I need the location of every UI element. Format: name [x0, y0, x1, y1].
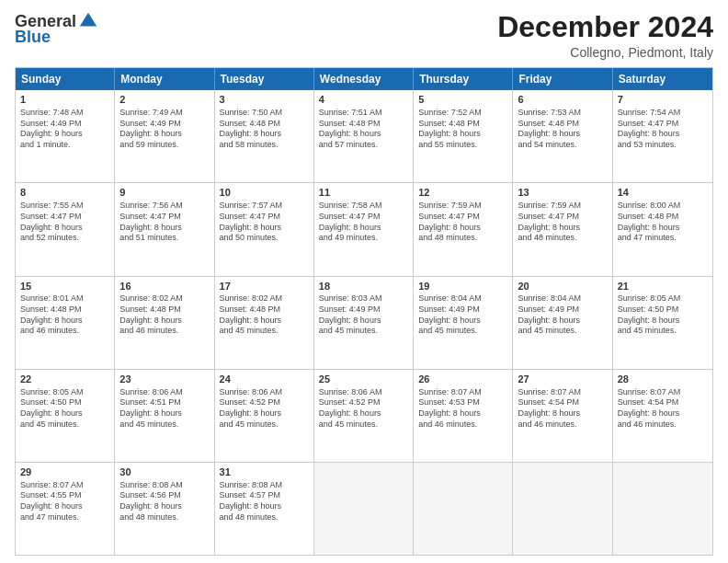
day-number: 30: [119, 465, 209, 479]
day-number: 5: [418, 93, 507, 107]
subtitle: Collegno, Piedmont, Italy: [497, 45, 713, 60]
day-number: 22: [20, 373, 109, 386]
title-area: December 2024 Collegno, Piedmont, Italy: [497, 11, 713, 60]
cell-content: Sunrise: 8:04 AMSunset: 4:49 PMDaylight:…: [518, 293, 607, 337]
cell-content: Sunrise: 8:08 AMSunset: 4:57 PMDaylight:…: [220, 480, 309, 523]
calendar-cell: 7Sunrise: 7:54 AMSunset: 4:47 PMDaylight…: [613, 90, 712, 182]
calendar-header: SundayMondayTuesdayWednesdayThursdayFrid…: [16, 68, 712, 90]
cell-content: Sunrise: 7:57 AMSunset: 4:47 PMDaylight:…: [220, 201, 309, 244]
calendar-cell: 28Sunrise: 8:07 AMSunset: 4:54 PMDayligh…: [613, 370, 712, 462]
cell-content: Sunrise: 8:00 AMSunset: 4:48 PMDaylight:…: [618, 201, 708, 244]
calendar-cell: 10Sunrise: 7:57 AMSunset: 4:47 PMDayligh…: [215, 183, 314, 275]
calendar-cell: 22Sunrise: 8:05 AMSunset: 4:50 PMDayligh…: [16, 370, 115, 462]
cell-content: Sunrise: 8:06 AMSunset: 4:52 PMDaylight:…: [319, 387, 408, 431]
weekday-header: Thursday: [414, 68, 513, 90]
svg-marker-0: [80, 13, 97, 27]
day-number: 1: [20, 93, 109, 107]
cell-content: Sunrise: 8:02 AMSunset: 4:48 PMDaylight:…: [119, 293, 209, 337]
day-number: 8: [20, 186, 109, 200]
calendar-cell: 31Sunrise: 8:08 AMSunset: 4:57 PMDayligh…: [215, 463, 314, 555]
day-number: 21: [618, 280, 708, 293]
calendar-cell: 26Sunrise: 8:07 AMSunset: 4:53 PMDayligh…: [414, 370, 513, 462]
calendar-cell: 13Sunrise: 7:59 AMSunset: 4:47 PMDayligh…: [513, 183, 612, 275]
day-number: 17: [220, 280, 309, 293]
calendar-cell: [414, 463, 513, 555]
calendar-cell: 12Sunrise: 7:59 AMSunset: 4:47 PMDayligh…: [414, 183, 513, 275]
cell-content: Sunrise: 8:02 AMSunset: 4:48 PMDaylight:…: [220, 293, 309, 337]
cell-content: Sunrise: 8:07 AMSunset: 4:54 PMDaylight:…: [618, 387, 708, 431]
cell-content: Sunrise: 7:56 AMSunset: 4:47 PMDaylight:…: [119, 201, 209, 244]
cell-content: Sunrise: 7:55 AMSunset: 4:47 PMDaylight:…: [20, 201, 109, 244]
calendar-cell: 16Sunrise: 8:02 AMSunset: 4:48 PMDayligh…: [115, 277, 214, 369]
cell-content: Sunrise: 8:04 AMSunset: 4:49 PMDaylight:…: [418, 293, 507, 337]
calendar-row: 29Sunrise: 8:07 AMSunset: 4:55 PMDayligh…: [16, 463, 712, 555]
calendar: SundayMondayTuesdayWednesdayThursdayFrid…: [15, 67, 713, 556]
calendar-cell: 29Sunrise: 8:07 AMSunset: 4:55 PMDayligh…: [16, 463, 115, 555]
day-number: 14: [618, 186, 708, 200]
day-number: 27: [518, 373, 607, 386]
weekday-header: Monday: [115, 68, 214, 90]
cell-content: Sunrise: 7:51 AMSunset: 4:48 PMDaylight:…: [319, 108, 408, 151]
day-number: 3: [220, 93, 309, 107]
cell-content: Sunrise: 7:48 AMSunset: 4:49 PMDaylight:…: [20, 108, 109, 151]
cell-content: Sunrise: 8:08 AMSunset: 4:56 PMDaylight:…: [119, 480, 209, 523]
day-number: 2: [119, 93, 209, 107]
weekday-header: Wednesday: [314, 68, 414, 90]
cell-content: Sunrise: 7:49 AMSunset: 4:49 PMDaylight:…: [119, 108, 209, 151]
calendar-cell: 20Sunrise: 8:04 AMSunset: 4:49 PMDayligh…: [513, 277, 612, 369]
calendar-cell: 5Sunrise: 7:52 AMSunset: 4:48 PMDaylight…: [414, 90, 513, 182]
cell-content: Sunrise: 7:52 AMSunset: 4:48 PMDaylight:…: [418, 108, 507, 151]
cell-content: Sunrise: 8:07 AMSunset: 4:53 PMDaylight:…: [418, 387, 507, 431]
calendar-cell: 3Sunrise: 7:50 AMSunset: 4:48 PMDaylight…: [215, 90, 314, 182]
cell-content: Sunrise: 8:05 AMSunset: 4:50 PMDaylight:…: [618, 293, 708, 337]
weekday-header: Sunday: [16, 68, 115, 90]
day-number: 28: [618, 373, 708, 386]
cell-content: Sunrise: 7:59 AMSunset: 4:47 PMDaylight:…: [418, 201, 507, 244]
cell-content: Sunrise: 7:58 AMSunset: 4:47 PMDaylight:…: [319, 201, 408, 244]
day-number: 23: [119, 373, 209, 386]
logo-icon: [78, 11, 98, 31]
cell-content: Sunrise: 8:07 AMSunset: 4:54 PMDaylight:…: [518, 387, 607, 431]
weekday-header: Saturday: [613, 68, 712, 90]
calendar-cell: 4Sunrise: 7:51 AMSunset: 4:48 PMDaylight…: [314, 90, 414, 182]
page: General Blue December 2024 Collegno, Pie…: [0, 0, 728, 563]
day-number: 9: [119, 186, 209, 200]
calendar-cell: [314, 463, 414, 555]
calendar-row: 1Sunrise: 7:48 AMSunset: 4:49 PMDaylight…: [16, 90, 712, 183]
calendar-row: 15Sunrise: 8:01 AMSunset: 4:48 PMDayligh…: [16, 277, 712, 370]
calendar-cell: 2Sunrise: 7:49 AMSunset: 4:49 PMDaylight…: [115, 90, 214, 182]
logo-blue: Blue: [15, 28, 51, 47]
calendar-body: 1Sunrise: 7:48 AMSunset: 4:49 PMDaylight…: [16, 90, 712, 555]
day-number: 10: [220, 186, 309, 200]
calendar-cell: 8Sunrise: 7:55 AMSunset: 4:47 PMDaylight…: [16, 183, 115, 275]
cell-content: Sunrise: 8:03 AMSunset: 4:49 PMDaylight:…: [319, 293, 408, 337]
day-number: 12: [418, 186, 507, 200]
calendar-cell: [513, 463, 612, 555]
cell-content: Sunrise: 8:06 AMSunset: 4:51 PMDaylight:…: [119, 387, 209, 431]
calendar-cell: 24Sunrise: 8:06 AMSunset: 4:52 PMDayligh…: [215, 370, 314, 462]
cell-content: Sunrise: 8:05 AMSunset: 4:50 PMDaylight:…: [20, 387, 109, 431]
weekday-header: Tuesday: [215, 68, 314, 90]
day-number: 4: [319, 93, 408, 107]
calendar-cell: 21Sunrise: 8:05 AMSunset: 4:50 PMDayligh…: [613, 277, 712, 369]
day-number: 7: [618, 93, 708, 107]
day-number: 13: [518, 186, 607, 200]
cell-content: Sunrise: 8:07 AMSunset: 4:55 PMDaylight:…: [20, 480, 109, 523]
calendar-cell: 1Sunrise: 7:48 AMSunset: 4:49 PMDaylight…: [16, 90, 115, 182]
day-number: 19: [418, 280, 507, 293]
month-title: December 2024: [497, 11, 713, 43]
calendar-cell: 27Sunrise: 8:07 AMSunset: 4:54 PMDayligh…: [513, 370, 612, 462]
cell-content: Sunrise: 8:01 AMSunset: 4:48 PMDaylight:…: [20, 293, 109, 337]
calendar-cell: 30Sunrise: 8:08 AMSunset: 4:56 PMDayligh…: [115, 463, 214, 555]
cell-content: Sunrise: 7:53 AMSunset: 4:48 PMDaylight:…: [518, 108, 607, 151]
day-number: 24: [220, 373, 309, 386]
day-number: 16: [119, 280, 209, 293]
day-number: 25: [319, 373, 408, 386]
day-number: 11: [319, 186, 408, 200]
calendar-cell: 11Sunrise: 7:58 AMSunset: 4:47 PMDayligh…: [314, 183, 414, 275]
calendar-cell: 9Sunrise: 7:56 AMSunset: 4:47 PMDaylight…: [115, 183, 214, 275]
calendar-cell: 23Sunrise: 8:06 AMSunset: 4:51 PMDayligh…: [115, 370, 214, 462]
logo: General Blue: [15, 11, 98, 47]
cell-content: Sunrise: 7:54 AMSunset: 4:47 PMDaylight:…: [618, 108, 708, 151]
day-number: 20: [518, 280, 607, 293]
